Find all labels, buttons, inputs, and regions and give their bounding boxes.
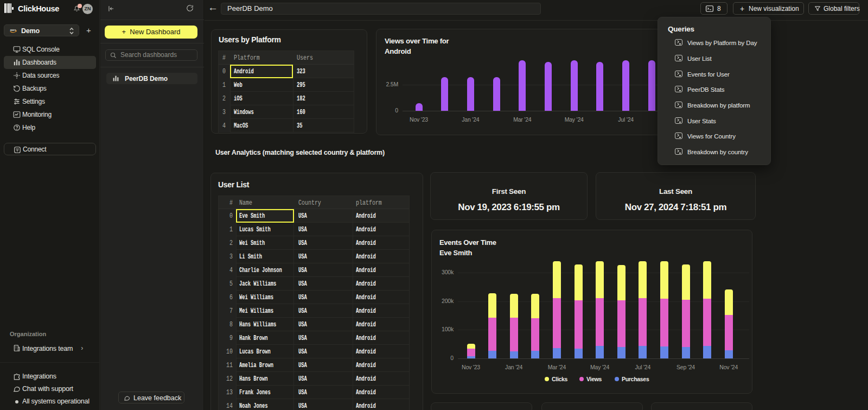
svg-text:aws: aws bbox=[10, 28, 17, 31]
